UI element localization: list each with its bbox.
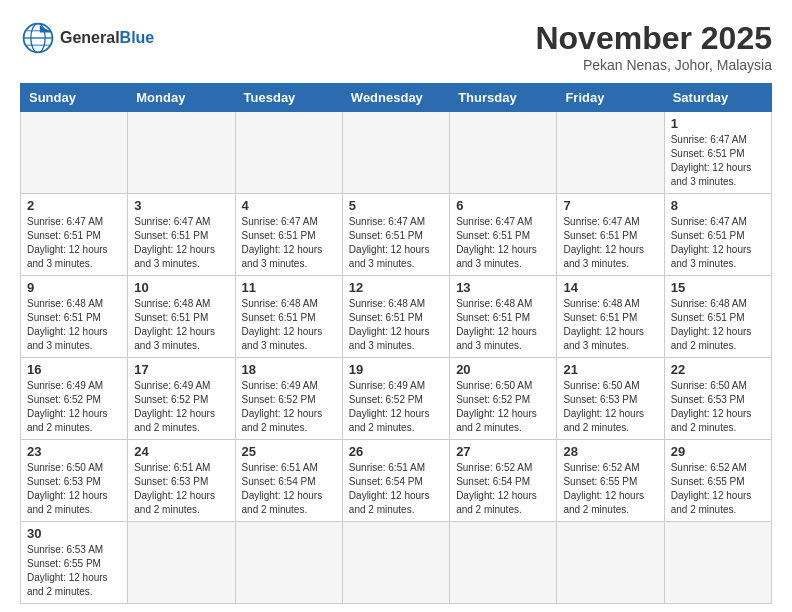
weekday-header-cell: Tuesday <box>235 84 342 112</box>
calendar-cell <box>557 112 664 194</box>
calendar-cell: 5Sunrise: 6:47 AMSunset: 6:51 PMDaylight… <box>342 194 449 276</box>
calendar-week-row: 30Sunrise: 6:53 AMSunset: 6:55 PMDayligh… <box>21 522 772 604</box>
day-number: 7 <box>563 198 657 213</box>
calendar-cell: 10Sunrise: 6:48 AMSunset: 6:51 PMDayligh… <box>128 276 235 358</box>
day-number: 15 <box>671 280 765 295</box>
calendar-week-row: 23Sunrise: 6:50 AMSunset: 6:53 PMDayligh… <box>21 440 772 522</box>
day-info: Sunrise: 6:47 AMSunset: 6:51 PMDaylight:… <box>349 215 443 271</box>
day-info: Sunrise: 6:51 AMSunset: 6:53 PMDaylight:… <box>134 461 228 517</box>
calendar-cell <box>450 112 557 194</box>
day-number: 17 <box>134 362 228 377</box>
day-info: Sunrise: 6:50 AMSunset: 6:52 PMDaylight:… <box>456 379 550 435</box>
calendar-week-row: 1Sunrise: 6:47 AMSunset: 6:51 PMDaylight… <box>21 112 772 194</box>
day-number: 13 <box>456 280 550 295</box>
day-number: 23 <box>27 444 121 459</box>
weekday-header-cell: Saturday <box>664 84 771 112</box>
day-number: 19 <box>349 362 443 377</box>
calendar-cell: 9Sunrise: 6:48 AMSunset: 6:51 PMDaylight… <box>21 276 128 358</box>
day-number: 28 <box>563 444 657 459</box>
calendar-cell: 24Sunrise: 6:51 AMSunset: 6:53 PMDayligh… <box>128 440 235 522</box>
calendar-cell: 20Sunrise: 6:50 AMSunset: 6:52 PMDayligh… <box>450 358 557 440</box>
day-info: Sunrise: 6:48 AMSunset: 6:51 PMDaylight:… <box>27 297 121 353</box>
weekday-header-cell: Thursday <box>450 84 557 112</box>
calendar-cell: 18Sunrise: 6:49 AMSunset: 6:52 PMDayligh… <box>235 358 342 440</box>
weekday-header-row: SundayMondayTuesdayWednesdayThursdayFrid… <box>21 84 772 112</box>
calendar-table: SundayMondayTuesdayWednesdayThursdayFrid… <box>20 83 772 604</box>
calendar-cell: 25Sunrise: 6:51 AMSunset: 6:54 PMDayligh… <box>235 440 342 522</box>
logo-text: GeneralBlue <box>60 29 154 47</box>
month-title: November 2025 <box>535 20 772 57</box>
page-header: GeneralBlue November 2025 Pekan Nenas, J… <box>20 20 772 73</box>
calendar-week-row: 16Sunrise: 6:49 AMSunset: 6:52 PMDayligh… <box>21 358 772 440</box>
calendar-cell: 26Sunrise: 6:51 AMSunset: 6:54 PMDayligh… <box>342 440 449 522</box>
day-number: 6 <box>456 198 550 213</box>
calendar-cell <box>342 522 449 604</box>
day-info: Sunrise: 6:51 AMSunset: 6:54 PMDaylight:… <box>242 461 336 517</box>
weekday-header-cell: Sunday <box>21 84 128 112</box>
location: Pekan Nenas, Johor, Malaysia <box>535 57 772 73</box>
day-number: 20 <box>456 362 550 377</box>
day-number: 4 <box>242 198 336 213</box>
weekday-header-cell: Friday <box>557 84 664 112</box>
day-number: 8 <box>671 198 765 213</box>
day-number: 1 <box>671 116 765 131</box>
day-info: Sunrise: 6:48 AMSunset: 6:51 PMDaylight:… <box>671 297 765 353</box>
day-info: Sunrise: 6:47 AMSunset: 6:51 PMDaylight:… <box>671 133 765 189</box>
day-info: Sunrise: 6:52 AMSunset: 6:55 PMDaylight:… <box>671 461 765 517</box>
calendar-cell: 12Sunrise: 6:48 AMSunset: 6:51 PMDayligh… <box>342 276 449 358</box>
weekday-header-cell: Wednesday <box>342 84 449 112</box>
calendar-cell <box>235 522 342 604</box>
day-info: Sunrise: 6:48 AMSunset: 6:51 PMDaylight:… <box>242 297 336 353</box>
calendar-cell: 16Sunrise: 6:49 AMSunset: 6:52 PMDayligh… <box>21 358 128 440</box>
calendar-cell <box>450 522 557 604</box>
day-info: Sunrise: 6:52 AMSunset: 6:55 PMDaylight:… <box>563 461 657 517</box>
day-info: Sunrise: 6:50 AMSunset: 6:53 PMDaylight:… <box>563 379 657 435</box>
day-info: Sunrise: 6:49 AMSunset: 6:52 PMDaylight:… <box>27 379 121 435</box>
day-info: Sunrise: 6:49 AMSunset: 6:52 PMDaylight:… <box>134 379 228 435</box>
day-info: Sunrise: 6:48 AMSunset: 6:51 PMDaylight:… <box>349 297 443 353</box>
day-info: Sunrise: 6:48 AMSunset: 6:51 PMDaylight:… <box>563 297 657 353</box>
day-info: Sunrise: 6:50 AMSunset: 6:53 PMDaylight:… <box>671 379 765 435</box>
day-number: 22 <box>671 362 765 377</box>
day-number: 29 <box>671 444 765 459</box>
calendar-cell: 11Sunrise: 6:48 AMSunset: 6:51 PMDayligh… <box>235 276 342 358</box>
day-info: Sunrise: 6:49 AMSunset: 6:52 PMDaylight:… <box>349 379 443 435</box>
calendar-cell: 23Sunrise: 6:50 AMSunset: 6:53 PMDayligh… <box>21 440 128 522</box>
calendar-cell: 1Sunrise: 6:47 AMSunset: 6:51 PMDaylight… <box>664 112 771 194</box>
day-number: 24 <box>134 444 228 459</box>
day-number: 9 <box>27 280 121 295</box>
day-info: Sunrise: 6:47 AMSunset: 6:51 PMDaylight:… <box>563 215 657 271</box>
calendar-cell: 13Sunrise: 6:48 AMSunset: 6:51 PMDayligh… <box>450 276 557 358</box>
day-info: Sunrise: 6:47 AMSunset: 6:51 PMDaylight:… <box>242 215 336 271</box>
calendar-cell: 27Sunrise: 6:52 AMSunset: 6:54 PMDayligh… <box>450 440 557 522</box>
calendar-week-row: 9Sunrise: 6:48 AMSunset: 6:51 PMDaylight… <box>21 276 772 358</box>
logo: GeneralBlue <box>20 20 154 56</box>
calendar-cell: 28Sunrise: 6:52 AMSunset: 6:55 PMDayligh… <box>557 440 664 522</box>
day-info: Sunrise: 6:47 AMSunset: 6:51 PMDaylight:… <box>27 215 121 271</box>
day-number: 5 <box>349 198 443 213</box>
day-number: 10 <box>134 280 228 295</box>
calendar-cell: 14Sunrise: 6:48 AMSunset: 6:51 PMDayligh… <box>557 276 664 358</box>
day-number: 3 <box>134 198 228 213</box>
calendar-cell: 19Sunrise: 6:49 AMSunset: 6:52 PMDayligh… <box>342 358 449 440</box>
day-number: 16 <box>27 362 121 377</box>
calendar-cell <box>342 112 449 194</box>
calendar-cell: 2Sunrise: 6:47 AMSunset: 6:51 PMDaylight… <box>21 194 128 276</box>
calendar-cell <box>235 112 342 194</box>
day-number: 26 <box>349 444 443 459</box>
calendar-cell: 8Sunrise: 6:47 AMSunset: 6:51 PMDaylight… <box>664 194 771 276</box>
calendar-cell: 30Sunrise: 6:53 AMSunset: 6:55 PMDayligh… <box>21 522 128 604</box>
calendar-body: 1Sunrise: 6:47 AMSunset: 6:51 PMDaylight… <box>21 112 772 604</box>
calendar-cell: 15Sunrise: 6:48 AMSunset: 6:51 PMDayligh… <box>664 276 771 358</box>
day-info: Sunrise: 6:53 AMSunset: 6:55 PMDaylight:… <box>27 543 121 599</box>
calendar-cell <box>664 522 771 604</box>
calendar-cell: 21Sunrise: 6:50 AMSunset: 6:53 PMDayligh… <box>557 358 664 440</box>
day-info: Sunrise: 6:47 AMSunset: 6:51 PMDaylight:… <box>671 215 765 271</box>
calendar-week-row: 2Sunrise: 6:47 AMSunset: 6:51 PMDaylight… <box>21 194 772 276</box>
day-number: 25 <box>242 444 336 459</box>
calendar-cell <box>557 522 664 604</box>
day-info: Sunrise: 6:50 AMSunset: 6:53 PMDaylight:… <box>27 461 121 517</box>
calendar-cell: 4Sunrise: 6:47 AMSunset: 6:51 PMDaylight… <box>235 194 342 276</box>
logo-icon <box>20 20 56 56</box>
day-info: Sunrise: 6:47 AMSunset: 6:51 PMDaylight:… <box>134 215 228 271</box>
